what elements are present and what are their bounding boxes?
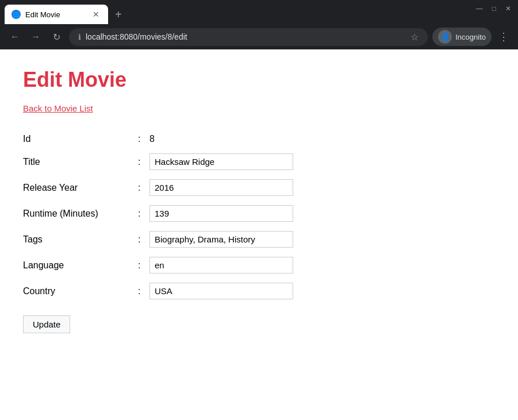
tab-bar: 🌐 Edit Movie ✕ +: [0, 0, 518, 24]
colon-runtime: :: [138, 209, 149, 219]
address-box[interactable]: ℹ localhost:8080/movies/8/edit ☆: [69, 28, 428, 46]
minimize-button[interactable]: —: [476, 5, 483, 13]
label-tags: Tags: [23, 234, 138, 245]
label-language: Language: [23, 260, 138, 271]
colon-country: :: [138, 286, 149, 296]
bookmark-icon[interactable]: ☆: [410, 32, 419, 43]
field-row-title: Title :: [23, 153, 495, 170]
value-id: 8: [149, 134, 155, 144]
input-tags[interactable]: [149, 231, 293, 248]
browser-menu-button[interactable]: ⋮: [496, 28, 511, 45]
label-id: Id: [23, 134, 138, 144]
colon-language: :: [138, 260, 149, 271]
label-release-year: Release Year: [23, 183, 138, 193]
colon-tags: :: [138, 234, 149, 245]
update-button[interactable]: Update: [23, 315, 70, 333]
active-tab[interactable]: 🌐 Edit Movie ✕: [5, 5, 108, 24]
back-button[interactable]: ←: [7, 29, 23, 45]
input-runtime[interactable]: [149, 205, 293, 222]
colon-release-year: :: [138, 183, 149, 193]
back-to-list-link[interactable]: Back to Movie List: [23, 103, 93, 113]
label-runtime: Runtime (Minutes): [23, 209, 138, 219]
label-country: Country: [23, 286, 138, 296]
input-country[interactable]: [149, 283, 293, 299]
address-bar-row: ← → ↻ ℹ localhost:8080/movies/8/edit ☆ 👤…: [0, 24, 518, 49]
forward-button[interactable]: →: [28, 29, 44, 45]
field-row-id: Id : 8: [23, 134, 495, 144]
input-title[interactable]: [149, 153, 293, 170]
label-title: Title: [23, 157, 138, 167]
field-row-country: Country :: [23, 283, 495, 299]
field-row-tags: Tags :: [23, 231, 495, 248]
page-content: Edit Movie Back to Movie List Id : 8 Tit…: [0, 49, 518, 419]
tab-close-button[interactable]: ✕: [91, 9, 101, 20]
address-text: localhost:8080/movies/8/edit: [86, 32, 406, 41]
info-icon: ℹ: [78, 33, 81, 41]
browser-chrome: 🌐 Edit Movie ✕ + — □ ✕ ← → ↻ ℹ localhost…: [0, 0, 518, 49]
window-controls: — □ ✕: [476, 5, 511, 13]
refresh-button[interactable]: ↻: [48, 29, 64, 45]
colon-title: :: [138, 157, 149, 167]
maximize-button[interactable]: □: [492, 5, 496, 13]
input-release-year[interactable]: [149, 179, 293, 196]
input-language[interactable]: [149, 257, 293, 273]
field-row-language: Language :: [23, 257, 495, 273]
field-row-runtime: Runtime (Minutes) :: [23, 205, 495, 222]
new-tab-button[interactable]: +: [110, 6, 126, 24]
tab-title: Edit Movie: [25, 10, 86, 19]
colon-id: :: [138, 134, 149, 144]
field-row-release-year: Release Year :: [23, 179, 495, 196]
tab-favicon: 🌐: [11, 10, 21, 19]
profile-button[interactable]: 👤 Incognito: [432, 28, 492, 46]
form-table: Id : 8 Title : Release Year : Runtime (M…: [23, 134, 495, 299]
profile-label: Incognito: [455, 33, 486, 41]
page-title: Edit Movie: [23, 68, 495, 92]
window-close-button[interactable]: ✕: [505, 5, 511, 13]
profile-icon: 👤: [438, 30, 452, 44]
